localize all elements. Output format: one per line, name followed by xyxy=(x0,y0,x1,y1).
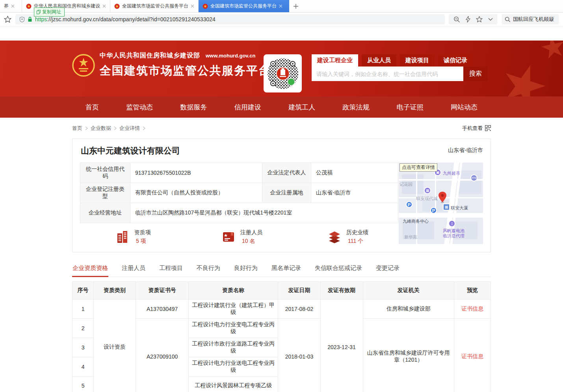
search-tab-personnel[interactable]: 从业人员 xyxy=(362,54,396,67)
nav-item-data-service[interactable]: 数据服务 xyxy=(180,103,207,112)
browser-tab-jzsc-active[interactable]: 全国建筑市场监管公共服务平台 xyxy=(199,0,289,12)
stat-label: 历史业绩 xyxy=(346,229,368,236)
field-value: 91371302675501022B xyxy=(130,163,262,183)
tower-marker-icon: ▦ xyxy=(443,203,450,211)
nav-item-supervision[interactable]: 监管动态 xyxy=(126,103,153,112)
breadcrumb-company-data[interactable]: 企业数据 xyxy=(91,125,111,132)
search-category-tabs: 建设工程企业 从业人员 建设项目 诚信记录 xyxy=(312,54,488,67)
nav-item-home[interactable]: 首页 xyxy=(85,103,99,112)
nav-item-credit[interactable]: 信用建设 xyxy=(234,103,261,112)
close-icon[interactable] xyxy=(279,4,282,8)
cell-name: 工程设计建筑行业（建筑工程）甲级 xyxy=(189,300,278,319)
field-value: 公茂福 xyxy=(311,163,398,183)
tab-bar: 界 中华人民共和国住房和城乡建设 全国建筑市场监管公共服务平台 全国建筑市场监管… xyxy=(0,0,563,13)
col-header-cert-no: 资质证书号 xyxy=(136,282,189,300)
nav-item-policy[interactable]: 政策法规 xyxy=(342,103,369,112)
location-pin-icon xyxy=(438,192,447,203)
search-tab-credit[interactable]: 诚信记录 xyxy=(438,54,473,67)
map-road xyxy=(399,213,483,218)
tab-registered-personnel[interactable]: 注册人员 xyxy=(121,262,146,277)
lightning-icon[interactable] xyxy=(466,16,470,22)
url-bar[interactable]: https://jzsc.mohurd.gov.cn/data/company/… xyxy=(15,14,445,24)
tab-projects[interactable]: 工程项目 xyxy=(159,262,183,277)
nav-item-workers[interactable]: 建筑工人 xyxy=(288,103,315,112)
atm-marker-icon: ATM xyxy=(470,174,478,181)
site-logo[interactable]: 中华人民共和国住房和城乡建设部www.mohurd.gov.cn 全国建筑市场监… xyxy=(72,52,271,79)
chevron-right-icon xyxy=(114,126,117,130)
location-map[interactable]: 点击可查看详情 ▣ 九州超市 ATM 记花园 ▦ 联安现代城 P P ▦ 联安大… xyxy=(399,163,483,244)
ministry-name: 中华人民共和国住房和城乡建设部 xyxy=(100,52,200,59)
col-header-issue-date: 发证日期 xyxy=(278,282,320,300)
company-panel: 山东中元建筑设计有限公司 山东省-临沂市 统一社会信用代码 9137130267… xyxy=(72,139,491,252)
search-tab-enterprise[interactable]: 建设工程企业 xyxy=(312,54,358,67)
detail-tabs: 企业资质资格 注册人员 工程项目 不良行为 良好行为 黑名单记录 失信联合惩戒记… xyxy=(72,262,491,277)
stat-value: 10 名 xyxy=(240,238,262,245)
breadcrumb-home[interactable]: 首页 xyxy=(72,125,82,132)
header-search-module: 建设工程企业 从业人员 建设项目 诚信记录 搜索 xyxy=(312,54,488,81)
tab-qualifications[interactable]: 企业资质资格 xyxy=(72,262,108,277)
tab-good-behavior[interactable]: 良好行为 xyxy=(234,262,258,277)
col-header-validity: 发证有效期 xyxy=(320,282,363,300)
tab-blacklist[interactable]: 黑名单记录 xyxy=(271,262,301,277)
breadcrumb-company-detail: 企业详情 xyxy=(119,125,140,132)
zoom-out-icon[interactable] xyxy=(453,16,460,23)
table-header-row: 序号 资质类别 资质证书号 资质名称 发证日期 发证有效期 发证机关 预览 xyxy=(72,282,491,300)
cell-seq: 5 xyxy=(72,377,94,392)
chevron-right-icon xyxy=(143,126,145,130)
cell-seq: 3 xyxy=(72,338,94,357)
favorite-star-icon[interactable] xyxy=(476,16,483,22)
field-label: 统一社会信用代码 xyxy=(80,163,130,183)
nav-item-license[interactable]: 电子证照 xyxy=(397,103,424,112)
stat-label: 注册人员 xyxy=(240,229,262,236)
close-icon[interactable] xyxy=(191,4,194,8)
search-tab-project[interactable]: 建设项目 xyxy=(400,54,435,67)
platform-title: 全国建筑市场监管公共服务平台 xyxy=(100,63,271,79)
bookmark-star-icon[interactable] xyxy=(4,16,11,23)
parking-marker-icon: P xyxy=(430,207,437,214)
field-value: 有限责任公司（自然人投资或控股） xyxy=(130,183,262,203)
browser-chrome: 界 中华人民共和国住房和城乡建设 全国建筑市场监管公共服务平台 全国建筑市场监管… xyxy=(0,0,563,27)
new-tab-button[interactable] xyxy=(289,0,303,12)
table-row: 统一社会信用代码 91371302675501022B 企业法定代表人 公茂福 xyxy=(80,163,398,183)
company-region: 山东省-临沂市 xyxy=(448,145,483,154)
stat-value: 111 个 xyxy=(346,238,368,245)
close-icon[interactable] xyxy=(102,4,106,8)
emblem-favicon-icon xyxy=(26,4,32,9)
search-button[interactable]: 搜索 xyxy=(463,67,488,81)
tab-dishonesty-records[interactable]: 失信联合惩戒记录 xyxy=(314,262,362,277)
shield-icon[interactable] xyxy=(19,17,25,22)
table-row: 1 设计资质 A137030497 工程设计建筑行业（建筑工程）甲级 2017-… xyxy=(72,300,491,319)
map-label-garden: 记花园 xyxy=(399,181,412,187)
qr-code-icon xyxy=(485,125,491,131)
nav-item-news[interactable]: 网站动态 xyxy=(451,103,478,112)
tab-bad-behavior[interactable]: 不良行为 xyxy=(196,262,221,277)
company-info-table: 统一社会信用代码 91371302675501022B 企业法定代表人 公茂福 … xyxy=(80,163,398,223)
chevron-right-icon xyxy=(85,126,88,130)
cell-authority: 山东省住房和城乡建设厅许可专用章（1201） xyxy=(363,319,454,392)
chevron-down-icon[interactable] xyxy=(488,18,493,21)
lock-icon xyxy=(28,17,32,22)
map-tooltip: 点击可查看详情 xyxy=(399,163,437,172)
browser-tab-jzsc-1[interactable]: 全国建筑市场监管公共服务平台 xyxy=(110,0,199,12)
certificate-icon xyxy=(221,230,236,244)
browser-search-box[interactable]: 国航回应飞机颠簸 xyxy=(502,14,559,24)
mobile-view-link[interactable]: 手机查看 xyxy=(462,125,491,132)
close-icon[interactable] xyxy=(11,4,15,8)
map-label-supermarket: 九州超市 xyxy=(443,170,460,176)
cell-name: 工程设计电力行业变电工程专业丙级 xyxy=(189,319,278,338)
copy-icon xyxy=(37,10,41,14)
cell-validity: 2023-12-31 xyxy=(320,300,363,392)
cell-seq: 4 xyxy=(72,357,94,377)
field-label: 企业注册属地 xyxy=(262,183,311,203)
star-decoration-icon xyxy=(539,41,563,62)
tab-change-records[interactable]: 变更记录 xyxy=(375,262,400,277)
hot-search-text: 国航回应飞机颠簸 xyxy=(513,16,554,23)
certificate-info-link[interactable]: 证书信息 xyxy=(461,353,483,359)
browser-tab-partial[interactable]: 界 xyxy=(0,0,22,12)
map-label-lianan-modern: 联安现代城 xyxy=(416,196,438,202)
keyword-search-input[interactable] xyxy=(312,67,463,81)
cell-seq: 2 xyxy=(72,319,94,338)
certificate-info-link[interactable]: 证书信息 xyxy=(461,305,483,312)
stat-qualifications: 资质项5 项 xyxy=(80,229,186,245)
company-name: 山东中元建筑设计有限公司 xyxy=(80,145,180,156)
